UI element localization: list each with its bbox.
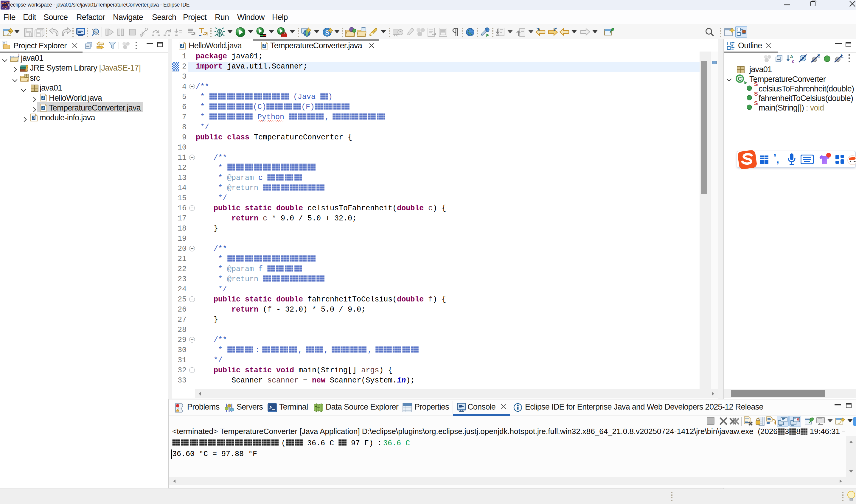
svg-text:C: C bbox=[738, 76, 742, 82]
svg-text:z: z bbox=[792, 58, 794, 64]
